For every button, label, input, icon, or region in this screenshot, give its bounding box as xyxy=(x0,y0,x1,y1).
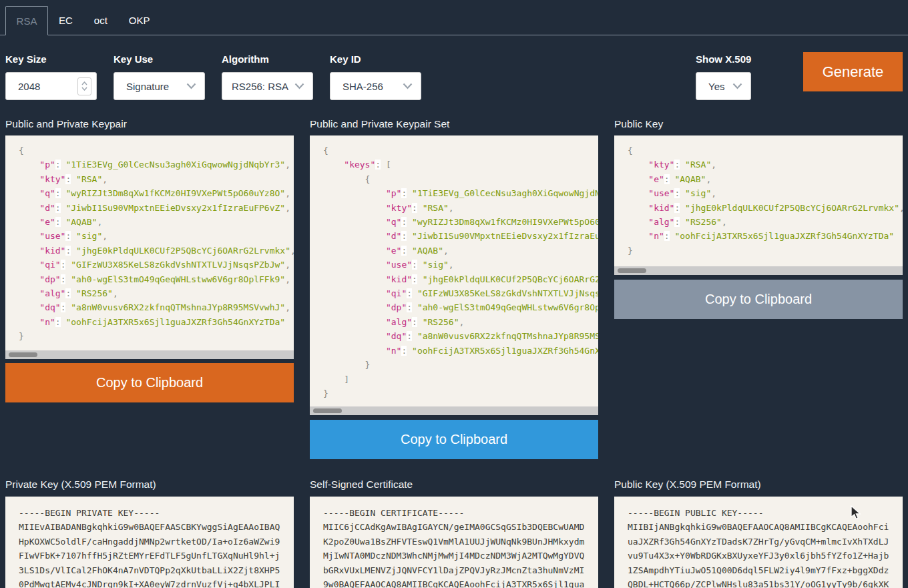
jwk-generator-page: { "tabs": { "items": [ {"label": "RSA", … xyxy=(0,0,908,588)
chevron-down-icon xyxy=(403,83,413,89)
keypair-set-title: Public and Private Keypair Set xyxy=(310,118,598,130)
algorithm-label: Algorithm xyxy=(222,53,269,65)
tab-okp[interactable]: OKP xyxy=(118,6,161,35)
keypair-set-json-code: { "keys": [ { "p": "1TiE3EVg_G0lCecNsu3a… xyxy=(323,145,598,398)
generate-button[interactable]: Generate xyxy=(803,52,903,91)
keypair-hscrollbar[interactable] xyxy=(5,350,294,359)
public-pem-box: -----BEGIN PUBLIC KEY----- MIIBIjANBgkqh… xyxy=(614,497,903,588)
private-pem-box: -----BEGIN PRIVATE KEY----- MIIEvAIBADAN… xyxy=(5,497,294,588)
chevron-down-icon xyxy=(186,83,196,89)
key-id-label: Key ID xyxy=(330,53,361,65)
keypair-json-code: { "p": "1TiE3EVg_G0lCecNsu3agh0XiGqwowNg… xyxy=(19,145,294,341)
public-key-json-box: { "kty": "RSA", "e": "AQAB", "use": "sig… xyxy=(614,135,903,275)
keypair-set-json-box: { "keys": [ { "p": "1TiE3EVg_G0lCecNsu3a… xyxy=(310,135,598,415)
key-size-value[interactable]: 2048 xyxy=(6,81,77,92)
algorithm-value: RS256: RSA xyxy=(222,81,294,92)
keypair-set-hscrollbar[interactable] xyxy=(310,406,598,415)
public-key-hscroll-thumb[interactable] xyxy=(618,268,646,273)
certificate-title: Self-Signed Certificate xyxy=(310,479,598,491)
public-key-json-code: { "kty": "RSA", "e": "AQAB", "use": "sig… xyxy=(628,145,903,256)
keypair-title: Public and Private Keypair xyxy=(5,118,294,130)
key-id-group: Key ID xyxy=(330,53,361,65)
key-use-label: Key Use xyxy=(114,53,153,65)
key-size-group: Key Size xyxy=(5,53,47,65)
show-x509-select[interactable]: Yes xyxy=(696,72,751,100)
public-key-hscrollbar[interactable] xyxy=(614,266,903,275)
chevron-down-icon xyxy=(294,83,304,89)
tab-ec[interactable]: EC xyxy=(48,6,83,35)
copy-keypair-button[interactable]: Copy to Clipboard xyxy=(5,363,294,402)
key-size-input[interactable]: 2048 xyxy=(5,72,97,100)
show-x509-value: Yes xyxy=(696,81,732,92)
chevron-down-icon xyxy=(732,83,742,89)
copy-keypair-set-button[interactable]: Copy to Clipboard xyxy=(310,420,598,459)
keypair-hscroll-thumb[interactable] xyxy=(9,352,37,357)
key-size-stepper[interactable] xyxy=(77,77,91,95)
key-id-value: SHA-256 xyxy=(330,81,403,92)
keypair-set-hscroll-thumb[interactable] xyxy=(313,408,342,413)
key-size-label: Key Size xyxy=(5,53,47,65)
stepper-up-icon[interactable] xyxy=(81,81,87,85)
key-id-select[interactable]: SHA-256 xyxy=(330,72,421,100)
key-type-tabbar: RSA EC oct OKP xyxy=(0,0,908,35)
algorithm-group: Algorithm xyxy=(222,53,269,65)
public-key-title: Public Key xyxy=(614,118,903,130)
certificate-box: -----BEGIN CERTIFICATE----- MIIC6jCCAdKg… xyxy=(310,497,598,588)
tab-oct[interactable]: oct xyxy=(83,6,118,35)
key-use-value: Signature xyxy=(114,81,186,92)
private-pem-title: Private Key (X.509 PEM Format) xyxy=(5,479,294,491)
key-use-select[interactable]: Signature xyxy=(114,72,205,100)
keypair-json-box: { "p": "1TiE3EVg_G0lCecNsu3agh0XiGqwowNg… xyxy=(5,135,294,359)
public-pem-title: Public Key (X.509 PEM Format) xyxy=(614,479,903,491)
show-x509-label: Show X.509 xyxy=(696,53,751,65)
stepper-down-icon[interactable] xyxy=(81,87,87,91)
show-x509-group: Show X.509 xyxy=(696,53,751,65)
tab-rsa[interactable]: RSA xyxy=(5,6,48,35)
algorithm-select[interactable]: RS256: RSA xyxy=(222,72,313,100)
key-use-group: Key Use xyxy=(114,53,153,65)
copy-public-key-button[interactable]: Copy to Clipboard xyxy=(614,280,903,319)
